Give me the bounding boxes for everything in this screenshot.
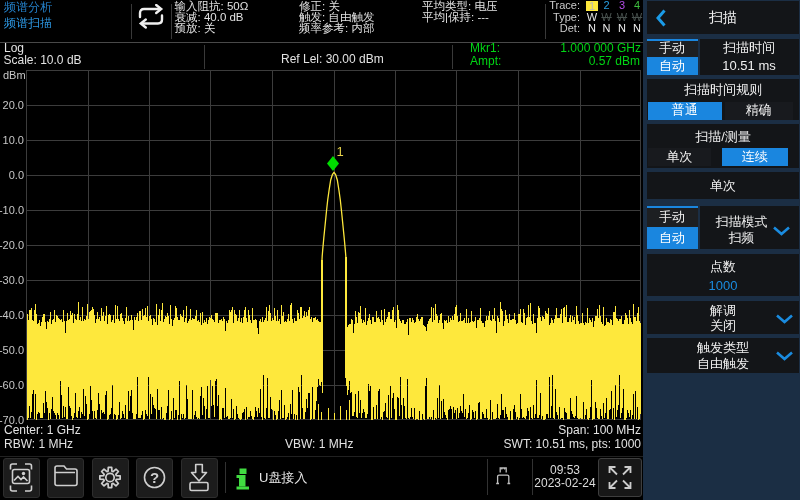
svg-text:?: ?	[150, 469, 159, 486]
svg-text:1: 1	[337, 144, 344, 159]
